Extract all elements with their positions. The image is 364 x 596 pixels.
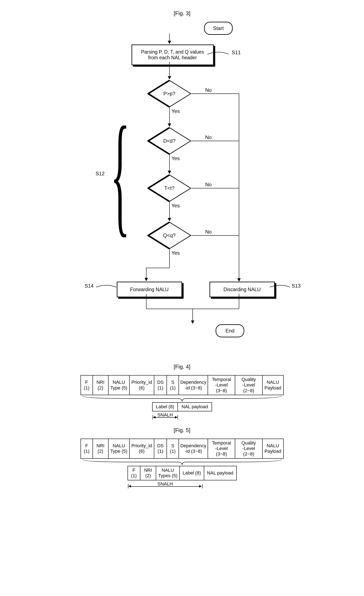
connector xyxy=(169,249,170,268)
process-s14: Forwarding NALU xyxy=(117,282,182,297)
end-terminator: End xyxy=(216,324,244,337)
fig4-top-bits: (1) xyxy=(170,385,175,391)
fig5-top-cell: DS(1) xyxy=(154,439,167,458)
arrow-down-icon xyxy=(168,41,171,44)
fig5-bottom-bits: Types (5) xyxy=(158,473,177,478)
fig5-top-bits: (1) xyxy=(170,448,175,454)
fig5-title: [Fig. 5] xyxy=(75,427,290,433)
fig4-top-cell: NALUType (5) xyxy=(109,376,130,395)
fig5-top-label: DS xyxy=(157,443,164,448)
fig4-top-cell: NRI(2) xyxy=(93,376,109,395)
decision-4-text: Q<q? xyxy=(147,222,192,249)
fig5-top-cell: Dependency-id (3~8) xyxy=(179,439,208,458)
end-text: End xyxy=(226,328,235,334)
fig3-title: [Fig. 3] xyxy=(75,10,290,17)
decision-2: D<d? xyxy=(147,127,192,155)
connector xyxy=(191,188,239,188)
fig4-top-label: Quality xyxy=(241,377,256,382)
fig5-top-cell: NALUType (5) xyxy=(109,439,130,458)
arrow-down-icon xyxy=(168,171,171,174)
decision-2-yes: Yes xyxy=(172,156,180,161)
fig5-bottom-cell: NRI(2) xyxy=(140,466,156,480)
fig4-snalh-text: SNALH xyxy=(157,412,173,417)
process-s11: Parsing P, D, T, and Q values from each … xyxy=(131,45,214,65)
fig5-top-cell: Temporal-Level (3~8) xyxy=(208,439,235,458)
connector xyxy=(239,294,239,309)
fig5-top-cell: S(1) xyxy=(167,439,179,458)
fig5-top-bits: -id (3~8) xyxy=(185,448,202,454)
fig4-bottom-label: NAL payload xyxy=(182,404,208,410)
start-text: Start xyxy=(213,25,224,31)
start-terminator: Start xyxy=(204,22,233,35)
fig5-top-bits: (6) xyxy=(139,448,145,454)
fig4-top-bits: (6) xyxy=(139,385,145,391)
arrow-down-icon xyxy=(191,320,194,324)
s13-ref: S13 xyxy=(292,283,301,289)
fig5-top-bits: (1) xyxy=(84,448,90,454)
fig5-top-label: Priority_id xyxy=(131,443,152,448)
fig4-top-label: Priority_id xyxy=(131,380,152,385)
arrow-down-icon xyxy=(168,123,171,127)
fig4-top-bits: -Level (3~8) xyxy=(209,382,233,394)
fig5-brace-icon xyxy=(81,459,283,466)
s14-ref: S14 xyxy=(85,283,94,289)
fig4-top-row: F(1)NRI(2)NALUType (5)Priority_id(6)DS(1… xyxy=(80,375,284,395)
decision-1-no: No xyxy=(205,87,212,93)
fig5-top-label: Dependency xyxy=(180,443,206,448)
fig4-top-bits: (1) xyxy=(158,385,163,391)
fig5-top-bits: (1) xyxy=(158,448,163,454)
fig5-top-cell: Priority_id(6) xyxy=(130,439,154,458)
decision-1-yes: Yes xyxy=(172,108,180,114)
decision-1: P>p? xyxy=(147,80,192,107)
fig5-bottom-bits: (1) xyxy=(131,473,137,478)
callout-s14 xyxy=(96,284,117,290)
fig5-bottom-label: NAL payload xyxy=(207,470,233,476)
s12-ref: S12 xyxy=(96,171,105,177)
arrow-down-icon xyxy=(168,76,171,80)
connector xyxy=(146,268,146,279)
decision-4-yes: Yes xyxy=(172,250,180,256)
arrow-down-icon xyxy=(237,278,241,282)
fig5-top-row: F(1)NRI(2)NALUType (5)Priority_id(6)DS(1… xyxy=(80,439,284,459)
fig5-top-bits: Payload xyxy=(264,448,281,454)
no-bus-vertical xyxy=(239,93,239,279)
connector xyxy=(169,34,170,42)
fig4-top-bits: -id (3~8) xyxy=(185,385,202,391)
fig5-top-cell: NRI(2) xyxy=(93,439,109,458)
connector xyxy=(169,154,170,171)
fig4-bottom-row: Label (8)NAL payload xyxy=(152,402,212,411)
connector xyxy=(146,268,169,268)
connector xyxy=(191,235,239,236)
fig5-top-cell: NALUPayload xyxy=(263,439,283,458)
connector xyxy=(169,202,170,219)
decision-4: Q<q? xyxy=(147,222,192,249)
fig5-top-bits: -Level (3~8) xyxy=(209,446,233,457)
fig5-top-label: Quality xyxy=(241,440,256,446)
fig4-bottom-cell: NAL payload xyxy=(178,403,211,411)
fig4-top-cell: Temporal-Level (3~8) xyxy=(208,376,235,395)
connector xyxy=(169,107,170,124)
decision-2-no: No xyxy=(205,134,212,140)
fig5-bottom-bits: (2) xyxy=(145,473,151,478)
callout-s13 xyxy=(270,284,291,290)
fig4-top-cell: S(1) xyxy=(167,376,179,395)
fig5-bottom-cell: NAL payload xyxy=(204,466,236,480)
fig5-top-label: Temporal xyxy=(212,440,231,446)
decision-1-text: P>p? xyxy=(147,80,192,107)
fig4-top-bits: -Level (2~8) xyxy=(236,382,261,394)
s13-text: Discarding NALU xyxy=(223,287,261,292)
fig4-top-label: F xyxy=(85,380,88,385)
fig5-bottom-cell: F(1) xyxy=(128,466,140,480)
fig4-top-label: DS xyxy=(157,380,164,385)
decision-2-text: D<d? xyxy=(147,127,192,155)
fig4-top-cell: NALUPayload xyxy=(263,376,283,395)
decision-3: T<t? xyxy=(147,174,192,202)
fig4-top-cell: Quality-Level (2~8) xyxy=(235,376,262,395)
arrow-down-icon xyxy=(168,218,171,221)
process-s13: Discarding NALU xyxy=(210,282,275,297)
fig5-bottom-label: NALU xyxy=(162,468,174,473)
fig5-top-cell: F(1) xyxy=(81,439,93,458)
fig5-top-cell: Quality-Level (2~8) xyxy=(235,439,262,458)
fig4-top-bits: Payload xyxy=(264,385,281,391)
fig4-top-label: Temporal xyxy=(212,377,231,382)
